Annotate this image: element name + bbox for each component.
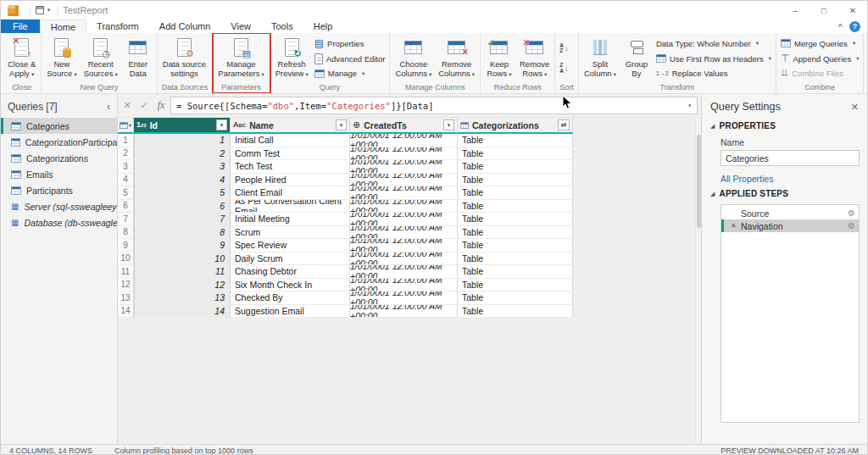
column-header-createdts[interactable]: ⊕CreatedTs▼ (350, 118, 458, 134)
column-header-id[interactable]: 123Id▼ (134, 118, 231, 134)
cell-name[interactable]: People Hired (231, 174, 350, 187)
cell-name[interactable]: Checked By (231, 291, 350, 305)
tab-tools[interactable]: Tools (261, 19, 303, 33)
row-number[interactable]: 9 (118, 239, 134, 252)
cancel-formula-icon[interactable]: ✕ (120, 98, 135, 114)
cell-createdts[interactable]: 1/01/0001 12:00:00 AM +00:00 (350, 305, 458, 319)
replace-values-button[interactable]: 1→2Replace Values (656, 67, 771, 80)
maximize-button[interactable]: □ (810, 1, 838, 19)
row-number[interactable]: 6 (118, 200, 134, 214)
collapse-pane-icon[interactable]: ‹ (107, 101, 110, 113)
sort-descending-button[interactable]: ZA↓ (559, 62, 568, 75)
cell-id[interactable]: 12 (134, 279, 231, 292)
manage-button[interactable]: Manage▾ (314, 67, 386, 80)
row-number[interactable]: 7 (118, 213, 134, 226)
close-apply-button[interactable]: ✕↑Close &Apply▾ (5, 34, 38, 83)
cell-id[interactable]: 7 (134, 213, 231, 226)
data-type-whole-number-button[interactable]: Data Type: Whole Number▾ (656, 37, 771, 50)
step-settings-gear-icon[interactable]: ⚙ (848, 208, 855, 218)
cell-name[interactable]: Suggestion Email (231, 305, 350, 319)
cell-createdts[interactable]: 1/01/0001 12:00:00 AM +00:00 (350, 213, 458, 226)
manage-parameters-button[interactable]: ▤ManageParameters▾ (215, 34, 266, 83)
formula-input[interactable]: = Source{[Schema="dbo",Item="Categories"… (170, 97, 698, 114)
row-number[interactable]: 4 (118, 174, 134, 187)
tab-home[interactable]: Home (40, 19, 86, 33)
row-number[interactable]: 1 (118, 134, 134, 147)
collapse-ribbon-icon[interactable]: ^ (838, 22, 843, 31)
row-number[interactable]: 13 (118, 291, 134, 305)
cell-name[interactable]: Client Email (231, 186, 350, 200)
cell-id[interactable]: 1 (134, 134, 231, 147)
remove-rows-button[interactable]: ✕RemoveRows▾ (517, 34, 552, 83)
cell-createdts[interactable]: 1/01/0001 12:00:00 AM +00:00 (350, 279, 458, 292)
cell-categorizations-link[interactable]: Table (458, 239, 573, 252)
column-header-name[interactable]: ABCName▼ (231, 118, 350, 134)
remove-columns-button[interactable]: ✕RemoveColumns▾ (436, 34, 477, 83)
cell-createdts[interactable]: 1/01/0001 12:00:00 AM +00:00 (350, 291, 458, 305)
cell-createdts[interactable]: 1/01/0001 12:00:00 AM +00:00 (350, 226, 458, 240)
query-item-emails[interactable]: Emails (1, 166, 117, 182)
expand-column-icon[interactable]: ⇄ (558, 119, 570, 130)
all-properties-link[interactable]: All Properties (721, 174, 859, 184)
save-icon[interactable] (36, 6, 44, 14)
cell-id[interactable]: 13 (134, 291, 231, 305)
select-all-corner[interactable]: ▾ (118, 118, 134, 134)
query-item-categorizations[interactable]: Categorizations (1, 150, 117, 166)
properties-section-header[interactable]: ◢ PROPERTIES (710, 121, 859, 130)
column-header-categorizations[interactable]: Categorizations⇄ (458, 118, 573, 134)
row-number[interactable]: 5 (118, 186, 134, 200)
tab-help[interactable]: Help (303, 19, 343, 33)
cell-createdts[interactable]: 1/01/0001 12:00:00 AM +00:00 (350, 186, 458, 200)
close-button[interactable]: ✕ (838, 1, 867, 19)
row-number[interactable]: 8 (118, 226, 134, 240)
cell-categorizations-link[interactable]: Table (458, 265, 573, 279)
filter-dropdown-icon[interactable]: ▼ (216, 119, 227, 130)
use-first-row-as-headers-button[interactable]: Use First Row as Headers▾ (656, 53, 771, 65)
group-by-button[interactable]: GroupBy (620, 34, 653, 83)
query-item-categorizationparticipants[interactable]: CategorizationParticipants (1, 134, 117, 150)
cell-name[interactable]: Daily Scrum (231, 252, 350, 266)
cell-createdts[interactable]: 1/01/0001 12:00:00 AM +00:00 (350, 160, 458, 174)
cell-categorizations-link[interactable]: Table (458, 200, 573, 214)
cell-categorizations-link[interactable]: Table (458, 186, 573, 200)
tab-view[interactable]: View (220, 19, 261, 33)
tab-file[interactable]: File (1, 19, 40, 33)
cell-id[interactable]: 9 (134, 239, 231, 252)
keep-rows-button[interactable]: ✓KeepRows▾ (483, 34, 515, 83)
merge-queries-button[interactable]: Merge Queries▾ (781, 37, 859, 50)
row-number[interactable]: 3 (118, 160, 134, 174)
cell-createdts[interactable]: 1/01/0001 12:00:00 AM +00:00 (350, 134, 458, 147)
row-number[interactable]: 2 (118, 147, 134, 161)
query-item-participants[interactable]: Participants (1, 182, 117, 198)
quick-access-caret-icon[interactable]: ▾ (47, 7, 51, 14)
choose-columns-button[interactable]: ChooseColumns▾ (392, 34, 434, 83)
row-number[interactable]: 14 (118, 305, 134, 319)
applied-step-source[interactable]: Source⚙ (721, 207, 859, 219)
cell-categorizations-link[interactable]: Table (458, 174, 573, 187)
cell-categorizations-link[interactable]: Table (458, 291, 573, 305)
cell-name[interactable]: Initial Call (231, 134, 350, 147)
enter-data-button[interactable]: EnterData (122, 34, 154, 83)
cell-id[interactable]: 6 (134, 200, 231, 214)
cell-categorizations-link[interactable]: Table (458, 160, 573, 174)
cell-categorizations-link[interactable]: Table (458, 213, 573, 226)
help-icon[interactable]: ? (849, 21, 860, 32)
row-number[interactable]: 11 (118, 265, 134, 279)
sort-ascending-button[interactable]: AZ↓ (559, 42, 568, 55)
cell-createdts[interactable]: 1/01/0001 12:00:00 AM +00:00 (350, 265, 458, 279)
commit-formula-icon[interactable]: ✓ (136, 98, 152, 114)
cell-id[interactable]: 14 (134, 305, 231, 319)
cell-categorizations-link[interactable]: Table (458, 226, 573, 240)
cell-categorizations-link[interactable]: Table (458, 305, 573, 319)
cell-createdts[interactable]: 1/01/0001 12:00:00 AM +00:00 (350, 147, 458, 161)
cell-createdts[interactable]: 1/01/0001 12:00:00 AM +00:00 (350, 174, 458, 187)
cell-categorizations-link[interactable]: Table (458, 279, 573, 292)
query-name-input[interactable] (721, 150, 860, 166)
cell-id[interactable]: 3 (134, 160, 231, 174)
cell-id[interactable]: 2 (134, 147, 231, 161)
cell-categorizations-link[interactable]: Table (458, 147, 573, 161)
data-source-settings-button[interactable]: ⚙Data sourcesettings (160, 34, 209, 83)
formula-expand-icon[interactable]: ▾ (682, 102, 692, 109)
minimize-button[interactable]: – (781, 1, 810, 19)
filter-dropdown-icon[interactable]: ▼ (443, 119, 454, 130)
